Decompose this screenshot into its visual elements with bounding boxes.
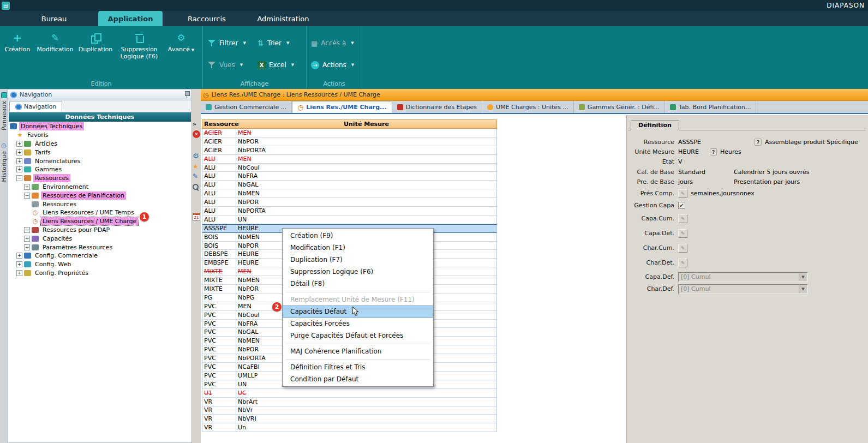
table-row[interactable]: ALU NbCoul	[202, 164, 497, 172]
tree-item[interactable]: Ressources	[8, 174, 191, 183]
tree-item[interactable]: Paramètres Ressources	[8, 243, 191, 252]
table-row[interactable]: ALU NbMEN	[202, 189, 497, 198]
edit-pen-icon[interactable]	[193, 172, 198, 180]
char-def-dropdown[interactable]: [0] Cumul ▼	[678, 284, 808, 294]
suppression-button[interactable]: Suppression Logique (F6)	[116, 32, 162, 60]
table-row[interactable]: ALU NbFRA	[202, 172, 497, 181]
tab-bureau[interactable]: Bureau	[22, 11, 86, 26]
favorite-star-icon[interactable]	[193, 163, 199, 170]
tree-item[interactable]: Config. Web	[8, 260, 191, 269]
context-menu-item[interactable]: Suppression Logique (F6)	[283, 266, 433, 278]
context-menu-item[interactable]	[286, 290, 430, 292]
vues-button[interactable]: Vues ▼	[205, 57, 255, 73]
table-row[interactable]: ACIER NbPOR	[202, 137, 497, 146]
navigation-tab[interactable]: Navigation	[9, 101, 62, 112]
tree-item[interactable]: Ressources de Planification	[8, 191, 191, 200]
table-row[interactable]: ALU NbGAL	[202, 181, 497, 189]
context-menu-item[interactable]: Définition Filtres et Tris	[283, 361, 433, 373]
tree-item[interactable]: Nomenclatures	[8, 157, 191, 165]
context-menu-item[interactable]	[286, 342, 430, 344]
tree-item[interactable]: Liens Ressources / UME Temps	[8, 208, 191, 217]
settings-gear-icon[interactable]	[193, 152, 199, 160]
tree-expander-icon[interactable]	[24, 227, 30, 233]
tab-application[interactable]: Application	[98, 11, 163, 26]
tree-item[interactable]: Liens Ressources / UME Charge	[8, 217, 191, 226]
document-tab[interactable]: Tab. Bord Planification...	[665, 101, 756, 113]
tree-expander-icon[interactable]	[16, 149, 22, 155]
char-det-edit-button[interactable]	[678, 259, 687, 267]
edit-icon-button[interactable]	[678, 189, 687, 198]
filtrer-button[interactable]: Filtrer ▼	[205, 35, 255, 51]
table-row[interactable]: ALU UN	[202, 215, 497, 224]
context-menu-item[interactable]: Condition par Défaut	[283, 373, 433, 385]
tree-item[interactable]: Tarifs	[8, 148, 191, 157]
tree-expander-icon[interactable]	[16, 270, 22, 276]
calendar-icon[interactable]: 21	[193, 213, 200, 221]
tree-item[interactable]: Ressources	[8, 200, 191, 208]
gestion-capa-checkbox[interactable]	[678, 202, 685, 209]
table-row[interactable]: ALU MEN	[202, 155, 497, 164]
tree-expander-icon[interactable]	[16, 261, 22, 267]
tree-item[interactable]: Articles	[8, 140, 191, 148]
avance-button[interactable]: ⚙ Avancé▼	[166, 32, 196, 53]
table-row[interactable]: VR NbVr	[202, 406, 497, 415]
search-icon[interactable]	[193, 184, 200, 191]
tab-raccourcis[interactable]: Raccourcis	[175, 11, 239, 26]
document-tab[interactable]: Liens Res./UME Charg...	[292, 101, 392, 113]
actions-button[interactable]: → Actions ▼	[309, 57, 361, 73]
table-row[interactable]: VR Un	[202, 423, 497, 432]
tree-item[interactable]: Config. Commerciale	[8, 252, 191, 260]
close-icon[interactable]	[193, 130, 200, 138]
panneaux-tab[interactable]: Panneaux	[1, 92, 8, 130]
capa-det-edit-button[interactable]	[678, 229, 687, 238]
context-menu-item[interactable]: MAJ Cohérence Planification	[283, 345, 433, 357]
table-row[interactable]: ALU NbPOR	[202, 198, 497, 207]
table-row[interactable]: ACIER NbPORTA	[202, 146, 497, 155]
char-cum-edit-button[interactable]	[678, 244, 687, 253]
context-menu-item[interactable]: Modification (F1)	[283, 242, 433, 254]
context-menu-item[interactable]: Remplacement Unité de Mesure (F11)	[283, 294, 433, 306]
context-menu-item[interactable]: Détail (F8)	[283, 278, 433, 290]
tab-definition[interactable]: Définition	[631, 120, 679, 130]
help-icon[interactable]	[755, 139, 762, 146]
tree-expander-icon[interactable]	[24, 193, 30, 199]
context-menu-item[interactable]: Capacités Forcées	[283, 318, 433, 330]
duplication-button[interactable]: Duplication	[79, 32, 112, 53]
context-menu-item[interactable]: Duplication (F7)	[283, 254, 433, 266]
context-menu-item[interactable]: Création (F9)	[283, 230, 433, 242]
tree-item[interactable]: Capacités	[8, 234, 191, 243]
tree-item[interactable]: Favoris	[8, 131, 191, 140]
capa-def-dropdown[interactable]: [0] Cumul ▼	[678, 272, 808, 282]
column-header-unite-mesure[interactable]: Unité Mesure	[236, 121, 496, 128]
tree-item[interactable]: Gammes	[8, 165, 191, 174]
tree-item[interactable]: Ressources pour PDAP	[8, 226, 191, 235]
tree-expander-icon[interactable]	[24, 184, 30, 190]
context-menu-item[interactable]	[286, 358, 430, 360]
tree-item[interactable]: Config. Propriétés	[8, 269, 191, 278]
tree-item[interactable]: Environnement	[8, 183, 191, 191]
creation-button[interactable]: + Création	[3, 32, 32, 53]
tree-expander-icon[interactable]	[16, 253, 22, 259]
historique-tab[interactable]: ◷ Historique	[1, 142, 8, 182]
document-tab[interactable]: Dictionnaire des Etapes	[392, 101, 482, 113]
pin-icon[interactable]	[184, 91, 189, 98]
column-header-ressource[interactable]: Ressource	[202, 120, 236, 128]
table-row[interactable]: ACIER MEN	[202, 129, 497, 137]
tree-expander-icon[interactable]	[24, 244, 30, 250]
tree-expander-icon[interactable]	[16, 175, 22, 181]
tree-expander-icon[interactable]	[16, 158, 22, 164]
document-tab[interactable]: Gammes Génér. : Défi...	[574, 101, 665, 113]
modification-button[interactable]: ✎ Modification	[35, 32, 75, 53]
table-row[interactable]: VR NbVRI	[202, 415, 497, 423]
document-tab[interactable]: UME Charges : Unités ...	[482, 101, 574, 113]
context-menu-item[interactable]: Purge Capacités Défaut et Forcées	[283, 330, 433, 342]
tree-expander-icon[interactable]	[16, 166, 22, 172]
tab-administration[interactable]: Administration	[251, 11, 315, 26]
document-tab[interactable]: Gestion Commerciale ...	[201, 101, 292, 113]
tree-expander-icon[interactable]	[16, 141, 22, 147]
capa-cum-edit-button[interactable]	[678, 214, 687, 223]
tree-expander-icon[interactable]	[24, 236, 30, 242]
acces-button[interactable]: ▦ Accès à ▼	[309, 35, 361, 51]
table-row[interactable]: U1 UC	[202, 389, 497, 398]
table-row[interactable]: ALU NbPORTA	[202, 207, 497, 215]
